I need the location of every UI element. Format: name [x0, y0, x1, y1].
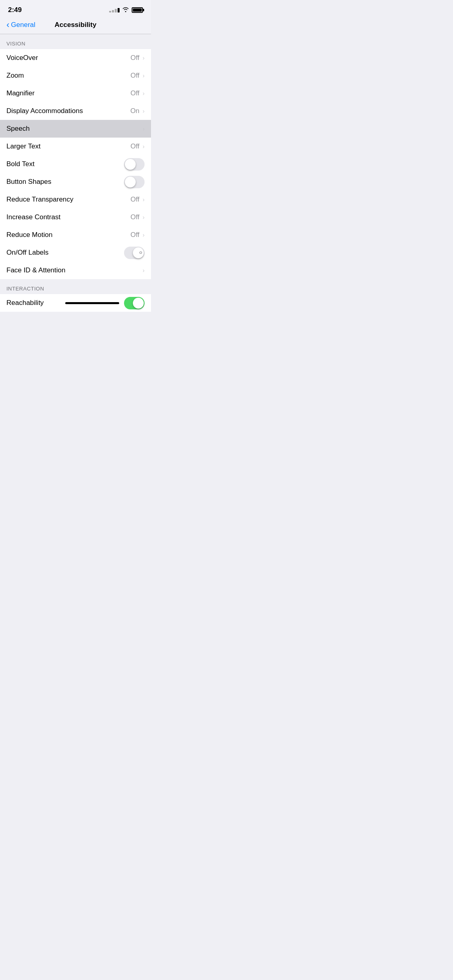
- speech-row[interactable]: Speech ›: [0, 120, 151, 138]
- increase-contrast-row[interactable]: Increase Contrast Off ›: [0, 208, 151, 226]
- magnifier-value: Off: [130, 89, 139, 97]
- reachability-toggle[interactable]: [124, 297, 145, 309]
- reduce-motion-value: Off: [130, 231, 139, 239]
- reduce-transparency-value: Off: [130, 196, 139, 204]
- reduce-motion-row[interactable]: Reduce Motion Off ›: [0, 226, 151, 244]
- increase-contrast-value: Off: [130, 213, 139, 221]
- button-shapes-label: Button Shapes: [6, 178, 124, 186]
- zoom-value: Off: [130, 72, 139, 80]
- larger-text-right: Off ›: [130, 142, 145, 150]
- magnifier-chevron-icon: ›: [143, 90, 145, 97]
- display-accommodations-chevron-icon: ›: [143, 108, 145, 114]
- signal-icon: [109, 8, 120, 12]
- reduce-transparency-label: Reduce Transparency: [6, 196, 130, 204]
- voiceover-value: Off: [130, 54, 139, 62]
- reduce-motion-right: Off ›: [130, 231, 145, 239]
- face-id-label: Face ID & Attention: [6, 266, 141, 274]
- button-shapes-toggle[interactable]: [124, 176, 145, 188]
- larger-text-row[interactable]: Larger Text Off ›: [0, 138, 151, 155]
- speech-right: ›: [141, 126, 145, 132]
- reachability-toggle-thumb: [133, 298, 144, 309]
- face-id-right: ›: [141, 267, 145, 274]
- onoff-labels-label: On/Off Labels: [6, 249, 124, 257]
- wifi-icon: [122, 7, 129, 13]
- onoff-labels-row[interactable]: On/Off Labels O: [0, 244, 151, 261]
- back-chevron-icon: ‹: [6, 21, 9, 29]
- zoom-label: Zoom: [6, 72, 130, 80]
- voiceover-label: VoiceOver: [6, 54, 130, 62]
- larger-text-label: Larger Text: [6, 142, 130, 150]
- button-shapes-row[interactable]: Button Shapes: [0, 173, 151, 191]
- reachability-bar-indicator: [65, 302, 119, 304]
- reachability-label: Reachability: [6, 299, 65, 307]
- reduce-motion-label: Reduce Motion: [6, 231, 130, 239]
- display-accommodations-value: On: [130, 107, 140, 115]
- display-accommodations-label: Display Accommodations: [6, 107, 130, 115]
- face-id-row[interactable]: Face ID & Attention ›: [0, 261, 151, 279]
- face-id-chevron-icon: ›: [143, 267, 145, 274]
- bold-text-row[interactable]: Bold Text: [0, 155, 151, 173]
- larger-text-value: Off: [130, 142, 139, 150]
- speech-chevron-icon: ›: [143, 126, 145, 132]
- voiceover-chevron-icon: ›: [143, 55, 145, 61]
- larger-text-chevron-icon: ›: [143, 143, 145, 150]
- zoom-right: Off ›: [130, 72, 145, 80]
- reduce-motion-chevron-icon: ›: [143, 232, 145, 238]
- increase-contrast-right: Off ›: [130, 213, 145, 221]
- vision-section-header: VISION: [0, 34, 151, 49]
- speech-label: Speech: [6, 125, 141, 133]
- reduce-transparency-row[interactable]: Reduce Transparency Off ›: [0, 191, 151, 208]
- onoff-labels-toggle[interactable]: O: [124, 247, 145, 259]
- increase-contrast-label: Increase Contrast: [6, 213, 130, 221]
- settings-content: VISION VoiceOver Off › Zoom Off › Magnif…: [0, 34, 151, 312]
- back-button[interactable]: ‹ General: [6, 21, 35, 29]
- magnifier-label: Magnifier: [6, 89, 130, 97]
- bold-text-label: Bold Text: [6, 160, 124, 168]
- vision-settings-group: VoiceOver Off › Zoom Off › Magnifier Off…: [0, 49, 151, 279]
- interaction-section-header: INTERACTION: [0, 279, 151, 294]
- reduce-transparency-right: Off ›: [130, 196, 145, 204]
- display-accommodations-row[interactable]: Display Accommodations On ›: [0, 102, 151, 120]
- zoom-row[interactable]: Zoom Off ›: [0, 67, 151, 84]
- battery-icon: [132, 7, 143, 13]
- onoff-labels-o-indicator: O: [139, 251, 142, 255]
- status-bar: 2:49: [0, 0, 151, 18]
- magnifier-row[interactable]: Magnifier Off ›: [0, 84, 151, 102]
- back-label: General: [11, 21, 35, 29]
- increase-contrast-chevron-icon: ›: [143, 214, 145, 220]
- status-icons: [109, 7, 143, 13]
- magnifier-right: Off ›: [130, 89, 145, 97]
- status-time: 2:49: [8, 6, 22, 14]
- zoom-chevron-icon: ›: [143, 72, 145, 79]
- bold-text-toggle-thumb: [125, 159, 136, 170]
- button-shapes-toggle-thumb: [125, 177, 136, 187]
- voiceover-right: Off ›: [130, 54, 145, 62]
- nav-bar: ‹ General Accessibility: [0, 18, 151, 34]
- reachability-row[interactable]: Reachability: [0, 294, 151, 312]
- page-title: Accessibility: [55, 21, 97, 29]
- interaction-settings-group: Reachability: [0, 294, 151, 312]
- display-accommodations-right: On ›: [130, 107, 145, 115]
- voiceover-row[interactable]: VoiceOver Off ›: [0, 49, 151, 67]
- bold-text-toggle[interactable]: [124, 158, 145, 171]
- reduce-transparency-chevron-icon: ›: [143, 196, 145, 203]
- reachability-right: [65, 297, 145, 309]
